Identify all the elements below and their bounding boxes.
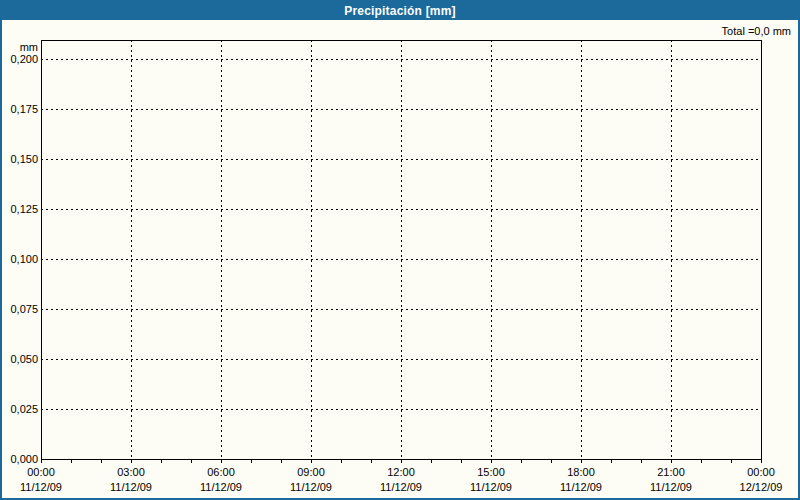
x-tick-time-label: 15:00 bbox=[477, 466, 505, 478]
y-axis-unit-label: mm bbox=[20, 41, 38, 53]
chart-area: Total =0,0 mm 0,2000,1750,1500,1250,1000… bbox=[2, 20, 798, 498]
x-tick-date-label: 11/12/09 bbox=[200, 481, 242, 493]
y-tick-label: 0,125 bbox=[10, 203, 38, 215]
x-tick-date-label: 11/12/09 bbox=[110, 481, 152, 493]
y-tick-label: 0,075 bbox=[10, 303, 38, 315]
x-axis-ticks bbox=[41, 459, 761, 463]
y-tick-labels: 0,2000,1750,1500,1250,1000,0750,0500,025… bbox=[10, 41, 38, 465]
window-title: Precipitación [mm] bbox=[2, 2, 798, 20]
y-tick-label: 0,200 bbox=[10, 53, 38, 65]
x-tick-time-label: 03:00 bbox=[117, 466, 145, 478]
x-tick-labels: 00:0011/12/0903:0011/12/0906:0011/12/090… bbox=[20, 466, 782, 493]
x-tick-date-label: 11/12/09 bbox=[560, 481, 602, 493]
precipitation-chart: 0,2000,1750,1500,1250,1000,0750,0500,025… bbox=[2, 20, 798, 498]
x-tick-date-label: 11/12/09 bbox=[20, 481, 62, 493]
y-tick-label: 0,050 bbox=[10, 353, 38, 365]
total-label: Total =0,0 mm bbox=[722, 25, 791, 37]
y-tick-label: 0,100 bbox=[10, 253, 38, 265]
x-tick-date-label: 11/12/09 bbox=[650, 481, 692, 493]
y-tick-label: 0,150 bbox=[10, 153, 38, 165]
x-tick-date-label: 11/12/09 bbox=[290, 481, 332, 493]
chart-window: Precipitación [mm] Total =0,0 mm 0,2000,… bbox=[0, 0, 800, 500]
y-tick-label: 0,175 bbox=[10, 103, 38, 115]
x-tick-time-label: 12:00 bbox=[387, 466, 415, 478]
x-tick-date-label: 11/12/09 bbox=[380, 481, 422, 493]
x-tick-time-label: 00:00 bbox=[747, 466, 775, 478]
x-tick-date-label: 12/12/09 bbox=[740, 481, 783, 493]
x-tick-time-label: 09:00 bbox=[297, 466, 325, 478]
y-tick-label: 0,025 bbox=[10, 403, 38, 415]
x-gridlines bbox=[131, 40, 671, 459]
x-tick-date-label: 11/12/09 bbox=[470, 481, 512, 493]
y-tick-label: 0,000 bbox=[10, 453, 38, 465]
x-tick-time-label: 21:00 bbox=[657, 466, 685, 478]
x-tick-time-label: 18:00 bbox=[567, 466, 595, 478]
x-tick-time-label: 00:00 bbox=[27, 466, 55, 478]
x-tick-time-label: 06:00 bbox=[207, 466, 235, 478]
